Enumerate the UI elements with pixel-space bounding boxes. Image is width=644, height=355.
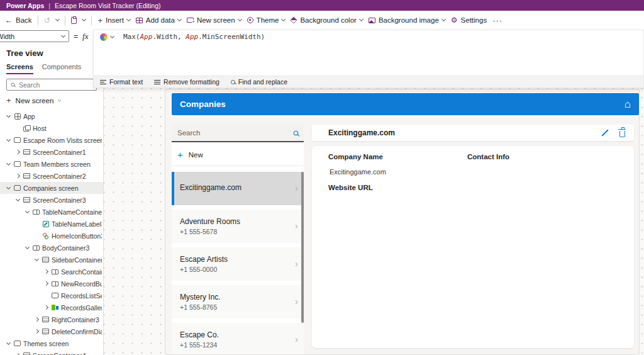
chevron-down-icon[interactable] bbox=[5, 163, 11, 165]
tab-screens[interactable]: Screens bbox=[6, 63, 33, 74]
chevron-down-icon[interactable] bbox=[5, 115, 11, 117]
undo-menu-button[interactable] bbox=[56, 20, 59, 21]
chevron-down-icon[interactable] bbox=[5, 139, 11, 141]
container-icon bbox=[42, 256, 49, 263]
detail-form-card: Company Name Contact Info Excitinggame.c… bbox=[312, 146, 634, 348]
chevron-right-icon[interactable]: › bbox=[295, 220, 298, 231]
find-and-replace-button[interactable]: Find and replace bbox=[231, 78, 287, 86]
chevron-down-icon[interactable] bbox=[5, 187, 11, 189]
tree-item-tablenamecontainer3[interactable]: TableNameContainer3 bbox=[0, 206, 103, 218]
chevron-right-icon[interactable]: › bbox=[295, 334, 298, 344]
toolbar-divider bbox=[91, 16, 92, 25]
tree-search-placeholder: Search bbox=[19, 81, 40, 89]
delete-trash-icon[interactable] bbox=[619, 131, 625, 137]
chevron-right-icon[interactable]: › bbox=[295, 258, 298, 269]
theme-button[interactable]: Theme bbox=[247, 16, 286, 24]
paste-icon bbox=[71, 17, 77, 24]
record-item[interactable]: Escape Co. +1 555-1234 › bbox=[172, 323, 304, 355]
background-color-icon bbox=[291, 16, 297, 23]
horizontal-container-icon bbox=[52, 280, 58, 287]
tree-item-deleteconfirmdialog[interactable]: DeleteConfirmDialogConta bbox=[0, 325, 103, 337]
chevron-down-icon[interactable] bbox=[110, 33, 114, 38]
property-selector[interactable]: Width bbox=[0, 30, 69, 42]
new-record-button[interactable]: + New bbox=[172, 148, 304, 162]
app-title: Escape Room Visit Tracker (Editing) bbox=[55, 2, 160, 9]
chevron-down-icon[interactable] bbox=[33, 259, 40, 261]
remove-formatting-button[interactable]: Remove formatting bbox=[154, 78, 219, 86]
back-button[interactable]: ← Back bbox=[5, 16, 32, 24]
records-list-separator bbox=[172, 166, 304, 166]
new-screen-tree-button[interactable]: + New screen bbox=[6, 96, 97, 104]
tree-item-themes-screen[interactable]: Themes screen bbox=[0, 337, 103, 349]
chevron-right-icon[interactable] bbox=[43, 282, 49, 285]
record-item-selected[interactable]: Excitinggame.com › bbox=[172, 172, 304, 205]
chevron-right-icon[interactable] bbox=[14, 150, 21, 154]
tree-item-newrecordbuttonbar[interactable]: NewRecordButtonBarC bbox=[0, 278, 103, 290]
chevron-down-icon[interactable] bbox=[24, 247, 30, 249]
record-item[interactable]: Escape Artists +1 555-0000 › bbox=[172, 247, 304, 281]
formula-line: Max(App.Width, App.MinScreenWidth) bbox=[94, 30, 643, 43]
tab-components[interactable]: Components bbox=[42, 63, 81, 74]
chevron-right-icon[interactable] bbox=[33, 318, 40, 321]
search-icon bbox=[231, 80, 235, 84]
tree-item-host[interactable]: Host bbox=[0, 122, 103, 134]
new-screen-button[interactable]: New screen bbox=[187, 16, 242, 24]
chevron-right-icon[interactable] bbox=[43, 270, 49, 273]
tree-item-team-members-screen[interactable]: Team Members screen bbox=[0, 158, 103, 170]
record-name: Escape Artists bbox=[180, 255, 304, 264]
tree-item-label: App bbox=[23, 113, 35, 120]
paste-button[interactable] bbox=[71, 17, 77, 24]
tree-item-screencontainer3[interactable]: ScreenContainer3 bbox=[0, 194, 103, 206]
screen-header-bar[interactable]: Companies ⌂ bbox=[172, 93, 639, 115]
record-item[interactable]: Adventure Rooms +1 555-5678 › bbox=[172, 210, 304, 243]
edit-pencil-icon[interactable] bbox=[601, 129, 608, 136]
tree-item-label: TableNameLabel3 bbox=[52, 220, 102, 228]
undo-button[interactable]: ↺ bbox=[44, 16, 51, 25]
tree-item-homeiconbutton3[interactable]: HomeIconButton3 bbox=[0, 230, 103, 242]
power-fx-icon[interactable] bbox=[100, 33, 108, 41]
chevron-down-icon[interactable] bbox=[14, 199, 21, 201]
records-search-input[interactable]: Search bbox=[172, 125, 304, 142]
tree-item-label: ScreenContainer1 bbox=[33, 149, 86, 156]
chevron-right-icon[interactable] bbox=[33, 330, 40, 333]
chevron-right-icon[interactable] bbox=[43, 306, 49, 309]
tree-item-tablenamelabel3[interactable]: TableNameLabel3 bbox=[0, 218, 103, 230]
insert-button[interactable]: + Insert bbox=[97, 16, 130, 25]
add-data-button[interactable]: Add data bbox=[136, 16, 181, 24]
background-color-button[interactable]: Background color bbox=[291, 16, 363, 24]
tree-item-recordslistseparator3[interactable]: RecordsListSeparator3 bbox=[0, 290, 103, 301]
format-text-button[interactable]: Format text bbox=[100, 78, 143, 86]
power-apps-studio: Power Apps | Escape Room Visit Tracker (… bbox=[0, 0, 644, 355]
formula-input[interactable]: Max(App.Width, App.MinScreenWidth) bbox=[123, 33, 265, 41]
tree-item-searchcontainer3[interactable]: SearchContainer3 bbox=[0, 266, 103, 278]
gallery-scrollbar[interactable] bbox=[301, 172, 304, 323]
tree-item-escape-room-visits-screen[interactable]: Escape Room Visits screen bbox=[0, 134, 103, 146]
tree-item-companies-screen[interactable]: Companies screen bbox=[0, 182, 103, 194]
more-commands-button[interactable]: ··· bbox=[492, 16, 502, 25]
tree-search-input[interactable]: Search bbox=[6, 79, 97, 91]
background-color-label: Background color bbox=[300, 16, 357, 24]
screen-icon bbox=[14, 184, 21, 191]
tree-item-sidebarcontainer3[interactable]: SidebarContainer3 bbox=[0, 254, 103, 266]
app-grid-icon bbox=[14, 113, 21, 120]
tree-item-screencontainer2[interactable]: ScreenContainer2 bbox=[0, 170, 103, 182]
background-image-button[interactable]: Background image bbox=[369, 16, 445, 24]
chevron-right-icon[interactable] bbox=[14, 174, 21, 178]
chevron-right-icon[interactable]: › bbox=[295, 183, 298, 193]
tree-item-bodycontainer3[interactable]: BodyContainer3 bbox=[0, 242, 103, 254]
chevron-down-icon[interactable] bbox=[5, 342, 11, 344]
tree-item-recordsgallery3[interactable]: RecordsGallery3 bbox=[0, 301, 103, 313]
formula-editor-area[interactable] bbox=[94, 43, 643, 76]
tree-item-screencontainer1[interactable]: ScreenContainer1 bbox=[0, 146, 103, 158]
tree-item-app[interactable]: App bbox=[0, 110, 103, 122]
chevron-right-icon[interactable]: › bbox=[295, 296, 298, 307]
chevron-down-icon[interactable] bbox=[24, 211, 30, 213]
settings-button[interactable]: ⚙ Settings bbox=[451, 16, 487, 24]
tree-item-rightcontainer3[interactable]: RightContainer3 bbox=[0, 313, 103, 325]
app-screen-companies[interactable]: Companies ⌂ Search + New Excitinggame.co… bbox=[165, 89, 640, 355]
paste-menu-button[interactable] bbox=[82, 20, 86, 21]
home-icon[interactable]: ⌂ bbox=[625, 99, 631, 110]
detail-record-title: Excitinggame.com bbox=[321, 128, 395, 137]
tree-item-screencontainer4[interactable]: ScreenContainer4 bbox=[0, 349, 103, 355]
record-item[interactable]: Mystery Inc. +1 555-8765 › bbox=[172, 285, 304, 318]
